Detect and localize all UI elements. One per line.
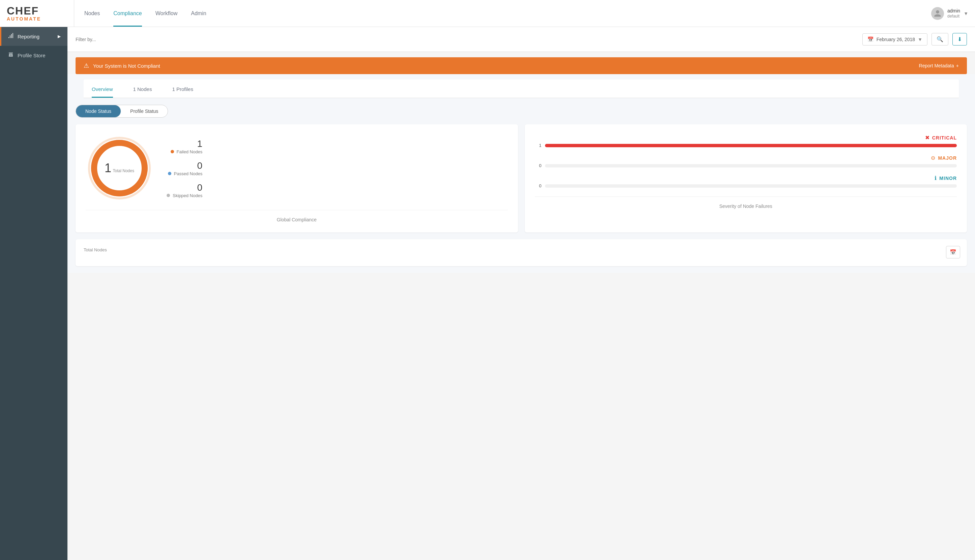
user-chevron-icon: ▼ bbox=[963, 11, 968, 16]
date-picker-button[interactable]: 📅 February 26, 2018 ▼ bbox=[862, 33, 927, 45]
content-tabs: Overview 1 Nodes 1 Profiles bbox=[84, 80, 959, 98]
skipped-nodes-stat: 0 Skipped Nodes bbox=[167, 182, 202, 198]
user-name: admin bbox=[947, 8, 960, 14]
nav-nodes[interactable]: Nodes bbox=[84, 0, 100, 27]
calendar-icon: 📅 bbox=[868, 37, 874, 42]
alert-message: Your System is Not Compliant bbox=[93, 63, 919, 69]
failed-nodes-count: 1 bbox=[167, 138, 202, 149]
toggle-section: Node Status Profile Status bbox=[67, 98, 975, 124]
tab-overview[interactable]: Overview bbox=[92, 86, 113, 98]
failed-nodes-stat: 1 Failed Nodes bbox=[167, 138, 202, 154]
date-chevron-icon: ▼ bbox=[918, 37, 922, 42]
profile-status-toggle[interactable]: Profile Status bbox=[121, 105, 167, 117]
major-bar-track bbox=[545, 164, 957, 167]
bottom-section: Total Nodes 📅 bbox=[67, 239, 975, 273]
main-content: 📅 February 26, 2018 ▼ 🔍 ⬇ ⚠ Your System … bbox=[67, 27, 975, 560]
nav-admin[interactable]: Admin bbox=[191, 0, 206, 27]
filter-bar: 📅 February 26, 2018 ▼ 🔍 ⬇ bbox=[67, 27, 975, 52]
user-menu[interactable]: admin default ▼ bbox=[931, 7, 968, 20]
app-header: CHEF AUTOMATE Nodes Compliance Workflow … bbox=[0, 0, 975, 27]
download-icon: ⬇ bbox=[957, 37, 962, 42]
date-label: February 26, 2018 bbox=[876, 37, 915, 42]
passed-dot-icon bbox=[168, 172, 171, 175]
minor-count: 0 bbox=[535, 183, 542, 188]
alert-banner: ⚠ Your System is Not Compliant Report Me… bbox=[75, 57, 967, 74]
critical-bar-fill bbox=[545, 144, 957, 147]
report-metadata-plus-icon: + bbox=[956, 63, 959, 68]
avatar bbox=[931, 7, 944, 20]
sidebar-item-profile-store[interactable]: Profile Store bbox=[0, 46, 67, 65]
logo-area: CHEF AUTOMATE bbox=[7, 0, 74, 27]
passed-nodes-label-row: Passed Nodes bbox=[167, 171, 202, 176]
report-metadata-label: Report Metadata bbox=[919, 63, 954, 68]
critical-header: ✖ CRITICAL bbox=[535, 135, 957, 141]
major-count: 0 bbox=[535, 163, 542, 168]
main-nav: Nodes Compliance Workflow Admin bbox=[74, 0, 931, 27]
major-header: ⊖ MAJOR bbox=[535, 155, 957, 161]
critical-severity-row: ✖ CRITICAL 1 bbox=[535, 135, 957, 148]
minor-bar-row: 0 bbox=[535, 183, 957, 188]
filter-input[interactable] bbox=[75, 37, 858, 42]
skipped-nodes-label-row: Skipped Nodes bbox=[167, 193, 202, 198]
critical-icon: ✖ bbox=[925, 135, 930, 141]
search-icon: 🔍 bbox=[937, 37, 943, 42]
profile-store-icon bbox=[8, 52, 13, 58]
severity-chart: ✖ CRITICAL 1 ⊖ bbox=[535, 135, 957, 188]
calendar-button[interactable]: 📅 bbox=[946, 246, 960, 258]
minor-label: MINOR bbox=[939, 175, 957, 181]
failed-nodes-label: Failed Nodes bbox=[177, 149, 203, 154]
donut-chart: 1 Total Nodes bbox=[86, 135, 153, 202]
logo-chef: CHEF bbox=[7, 5, 39, 16]
total-nodes-number: 1 bbox=[105, 161, 111, 175]
bottom-card: Total Nodes 📅 bbox=[75, 239, 967, 266]
nav-compliance[interactable]: Compliance bbox=[113, 0, 142, 27]
minor-bar-track bbox=[545, 184, 957, 188]
download-button[interactable]: ⬇ bbox=[952, 33, 967, 45]
app-body: Reporting ▶ Profile Store 📅 February 26,… bbox=[0, 27, 975, 560]
global-compliance-card: 1 Total Nodes 1 Failed Nodes bbox=[75, 124, 518, 232]
severity-card: ✖ CRITICAL 1 ⊖ bbox=[525, 124, 967, 232]
sidebar-item-profile-store-label: Profile Store bbox=[18, 53, 45, 58]
failed-dot-icon bbox=[171, 150, 174, 153]
donut-center: 1 Total Nodes bbox=[105, 161, 134, 175]
major-bar-row: 0 bbox=[535, 163, 957, 168]
critical-bar-row: 1 bbox=[535, 143, 957, 148]
major-icon: ⊖ bbox=[931, 155, 935, 161]
view-toggle: Node Status Profile Status bbox=[75, 105, 168, 118]
passed-nodes-stat: 0 Passed Nodes bbox=[167, 160, 202, 176]
warning-icon: ⚠ bbox=[84, 62, 89, 69]
severity-chart-label: Severity of Node Failures bbox=[535, 197, 957, 209]
tab-nodes[interactable]: 1 Nodes bbox=[133, 86, 152, 98]
donut-section: 1 Total Nodes 1 Failed Nodes bbox=[86, 135, 508, 202]
passed-nodes-label: Passed Nodes bbox=[174, 171, 203, 176]
reporting-arrow-icon: ▶ bbox=[58, 34, 61, 39]
search-button[interactable]: 🔍 bbox=[932, 33, 948, 45]
logo-automate: AUTOMATE bbox=[7, 16, 41, 22]
user-role: default bbox=[947, 14, 960, 19]
global-compliance-label: Global Compliance bbox=[86, 210, 508, 222]
critical-bar-track bbox=[545, 144, 957, 147]
failed-nodes-label-row: Failed Nodes bbox=[167, 149, 202, 154]
node-status-toggle[interactable]: Node Status bbox=[76, 105, 121, 117]
user-info: admin default bbox=[947, 8, 960, 19]
critical-count: 1 bbox=[535, 143, 542, 148]
major-severity-row: ⊖ MAJOR 0 bbox=[535, 155, 957, 168]
passed-nodes-count: 0 bbox=[167, 160, 202, 171]
report-metadata-button[interactable]: Report Metadata + bbox=[919, 63, 959, 68]
bottom-card-label: Total Nodes bbox=[84, 247, 107, 252]
total-nodes-label: Total Nodes bbox=[113, 168, 134, 173]
minor-header: ℹ MINOR bbox=[535, 175, 957, 181]
major-label: MAJOR bbox=[938, 155, 957, 161]
skipped-nodes-label: Skipped Nodes bbox=[173, 193, 202, 198]
minor-severity-row: ℹ MINOR 0 bbox=[535, 175, 957, 188]
node-stats: 1 Failed Nodes 0 Passed Nodes bbox=[167, 138, 202, 198]
sidebar-item-reporting[interactable]: Reporting ▶ bbox=[0, 27, 67, 46]
sidebar-item-reporting-label: Reporting bbox=[18, 34, 40, 39]
reporting-icon bbox=[8, 33, 13, 40]
minor-icon: ℹ bbox=[935, 175, 937, 181]
nav-workflow[interactable]: Workflow bbox=[156, 0, 178, 27]
skipped-dot-icon bbox=[167, 194, 170, 197]
tab-profiles[interactable]: 1 Profiles bbox=[172, 86, 193, 98]
calendar-icon: 📅 bbox=[950, 249, 957, 255]
cards-section: 1 Total Nodes 1 Failed Nodes bbox=[67, 124, 975, 239]
